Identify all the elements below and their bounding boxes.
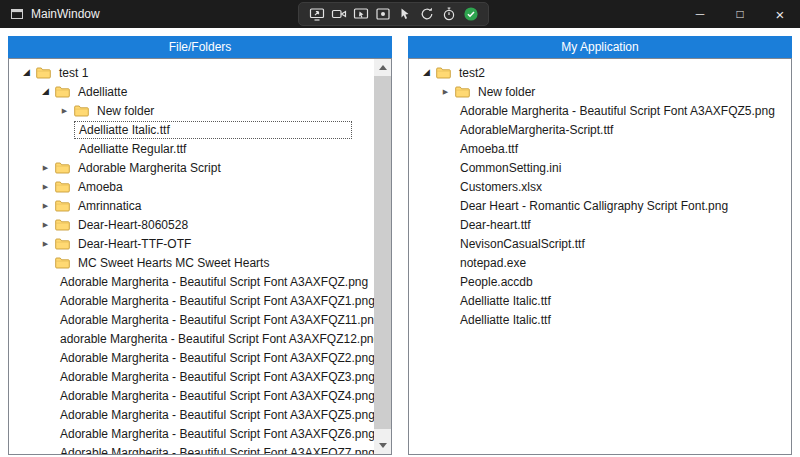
folder-icon <box>55 219 73 231</box>
refresh-icon[interactable] <box>418 6 435 23</box>
my-application-header: My Application <box>408 36 792 58</box>
tree-item[interactable]: ◢test2 <box>409 63 791 82</box>
scroll-down-icon <box>379 443 387 448</box>
tree-item[interactable]: NevisonCasualScript.ttf <box>409 234 791 253</box>
tree-item[interactable]: adorable Margherita - Beautiful Script F… <box>9 329 374 348</box>
tree-item[interactable]: Adorable Margherita - Beautiful Script F… <box>9 348 374 367</box>
tree-item[interactable]: Adorable Margherita - Beautiful Script F… <box>9 272 374 291</box>
folder-icon <box>455 86 473 98</box>
tree-item[interactable]: Customers.xlsx <box>409 177 791 196</box>
tree-item[interactable]: Adelliatte Italic.ttf <box>409 310 791 329</box>
scroll-down-button[interactable] <box>374 437 391 454</box>
tree-item-label: Customers.xlsx <box>455 178 547 196</box>
collapse-arrow-icon[interactable]: ◢ <box>36 82 55 101</box>
file-folders-panel: File/Folders ◢test 1◢Adelliatte▶New fold… <box>8 36 392 455</box>
expand-arrow-icon[interactable]: ▶ <box>36 215 55 234</box>
tree-item[interactable]: Adorable Margherita - Beautiful Script F… <box>9 405 374 424</box>
tree-item[interactable]: Adorable Margherita - Beautiful Script F… <box>9 367 374 386</box>
collapse-arrow-icon[interactable]: ◢ <box>17 63 36 82</box>
scroll-up-button[interactable] <box>374 59 391 76</box>
close-button[interactable]: × <box>760 0 800 28</box>
tree-item-label: adorable Margherita - Beautiful Script F… <box>55 330 374 348</box>
tree-item-label: Adorable Margherita - Beautiful Script F… <box>55 349 374 367</box>
tree-item[interactable]: Adelliatte Regular.ttf <box>9 139 374 158</box>
my-application-tree: ◢test2▶New folderAdorable Margherita - B… <box>408 58 792 455</box>
camera-icon[interactable] <box>330 6 347 23</box>
tree-item[interactable]: ▶Amrinnatica <box>9 196 374 215</box>
tree-item[interactable]: notepad.exe <box>409 253 791 272</box>
tree-item[interactable]: ▶Amoeba <box>9 177 374 196</box>
file-folders-tree: ◢test 1◢Adelliatte▶New folderAdelliatte … <box>8 58 392 455</box>
tree-item-label: test 1 <box>54 64 93 82</box>
tree-item-label: Adorable Margherita - Beautiful Script F… <box>55 292 374 310</box>
expand-arrow-icon[interactable]: ▶ <box>36 158 55 177</box>
expand-arrow-icon[interactable]: ▶ <box>436 82 455 101</box>
tree-item-label: notepad.exe <box>455 254 531 272</box>
tree-item[interactable]: Adelliatte Italic.ttf <box>409 291 791 310</box>
main-window: MainWindow ─□× File/Folders ◢test 1◢Adel… <box>0 0 800 457</box>
collapse-arrow-icon[interactable]: ◢ <box>417 63 436 82</box>
window-controls: ─□× <box>680 0 800 28</box>
tree-item-label: Adorable Margherita - Beautiful Script F… <box>55 273 373 291</box>
tree-item-label: Adorable Margherita - Beautiful Script F… <box>55 311 374 329</box>
scroll-thumb[interactable] <box>374 76 391 429</box>
tree-item[interactable]: Adorable Margherita - Beautiful Script F… <box>9 310 374 329</box>
screen-share-icon[interactable] <box>308 6 325 23</box>
app-icon <box>10 7 24 21</box>
tree-item-label: Amrinnatica <box>73 197 146 215</box>
tree-item-label: Adorable Margherita - Beautiful Script F… <box>455 102 780 120</box>
expand-arrow-icon[interactable]: ▶ <box>55 101 74 120</box>
tree-item[interactable]: Adorable Margherita - Beautiful Script F… <box>9 291 374 310</box>
tree-item[interactable]: AdorableMargherita-Script.ttf <box>409 120 791 139</box>
tree-item[interactable]: Dear-heart.ttf <box>409 215 791 234</box>
tree-item-label: AdorableMargherita-Script.ttf <box>455 121 618 139</box>
tree-item[interactable]: Dear Heart - Romantic Calligraphy Script… <box>409 196 791 215</box>
folder-icon <box>74 105 92 117</box>
tree-item[interactable]: ◢test 1 <box>9 63 374 82</box>
tree-item[interactable]: People.accdb <box>409 272 791 291</box>
tree-item[interactable]: ◢Adelliatte <box>9 82 374 101</box>
window-title: MainWindow <box>31 7 100 21</box>
expand-arrow-icon[interactable]: ▶ <box>36 177 55 196</box>
expand-arrow-icon[interactable]: ▶ <box>36 196 55 215</box>
vertical-scrollbar[interactable] <box>374 59 391 454</box>
file-folders-header: File/Folders <box>8 36 392 58</box>
tree-item[interactable]: Adorable Margherita - Beautiful Script F… <box>9 424 374 443</box>
tree-item[interactable]: ▶Dear-Heart-8060528 <box>9 215 374 234</box>
cursor-icon[interactable] <box>396 6 413 23</box>
tree-item[interactable]: Amoeba.ttf <box>409 139 791 158</box>
tree-item-label: MC Sweet Hearts MC Sweet Hearts <box>73 254 274 272</box>
tree-item-label: Adorable Margherita Script <box>73 159 226 177</box>
scroll-up-icon <box>379 65 387 70</box>
tree-item-label: NevisonCasualScript.ttf <box>455 235 590 253</box>
folder-icon <box>55 257 73 269</box>
title-bar: MainWindow ─□× <box>0 0 800 28</box>
folder-icon <box>36 67 54 79</box>
tree-item[interactable]: Adorable Margherita - Beautiful Script F… <box>409 101 791 120</box>
tree-item[interactable]: ▶Adorable Margherita Script <box>9 158 374 177</box>
tree-item-label: Adelliatte Italic.ttf <box>455 292 556 310</box>
folder-icon <box>55 238 73 250</box>
folder-icon <box>55 181 73 193</box>
tree-item[interactable]: Adelliatte Italic.ttf <box>9 120 374 139</box>
tree-item-label: Amoeba <box>73 178 128 196</box>
tree-item-label: Adorable Margherita - Beautiful Script F… <box>55 368 374 386</box>
tree-item[interactable]: MC Sweet Hearts MC Sweet Hearts <box>9 253 374 272</box>
minimize-button[interactable]: ─ <box>680 0 720 28</box>
tree-item[interactable]: ▶New folder <box>409 82 791 101</box>
tree-item[interactable]: Adorable Margherita - Beautiful Script F… <box>9 443 374 455</box>
status-check-icon[interactable] <box>462 6 479 23</box>
tree-item[interactable]: Adorable Margherita - Beautiful Script F… <box>9 386 374 405</box>
expand-arrow-icon[interactable]: ▶ <box>36 234 55 253</box>
folder-icon <box>55 200 73 212</box>
timer-icon[interactable] <box>440 6 457 23</box>
maximize-button[interactable]: □ <box>720 0 760 28</box>
tree-item-label: Adorable Margherita - Beautiful Script F… <box>55 444 374 456</box>
tree-item[interactable]: ▶Dear-Heart-TTF-OTF <box>9 234 374 253</box>
tree-item-label: Dear-Heart-TTF-OTF <box>73 235 196 253</box>
tree-item[interactable]: CommonSetting.ini <box>409 158 791 177</box>
tree-item[interactable]: ▶New folder <box>9 101 374 120</box>
tree-item-label: New folder <box>473 83 540 101</box>
display-pointer-icon[interactable] <box>352 6 369 23</box>
record-frame-icon[interactable] <box>374 6 391 23</box>
